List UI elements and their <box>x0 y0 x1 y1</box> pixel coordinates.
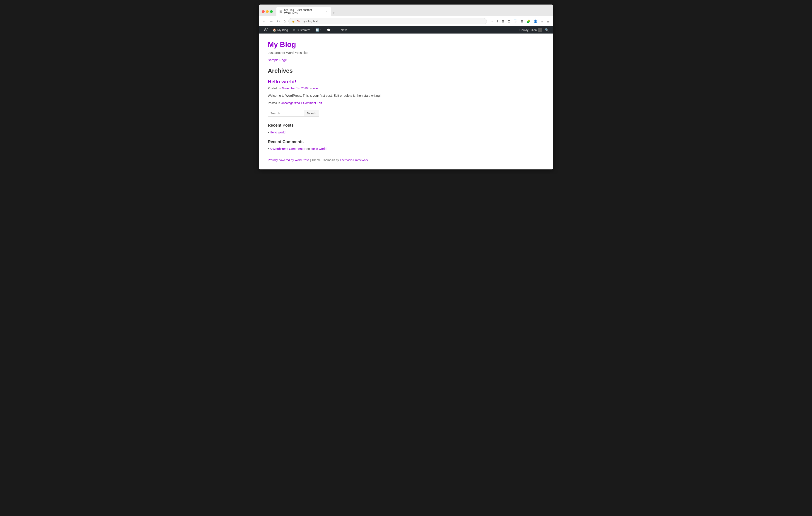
user-avatar <box>538 28 542 32</box>
security-icon: 🔖 <box>297 20 300 23</box>
comments-icon: 💬 <box>327 28 330 32</box>
powered-by-link[interactable]: Proudly powered by WordPress <box>268 158 309 162</box>
post-comment-count-link[interactable]: 1 Comment <box>301 101 316 105</box>
theme-link[interactable]: Themosis Framework <box>340 158 368 162</box>
site-header: My Blog Just another WordPress site Samp… <box>268 40 544 62</box>
comments-count: 0 <box>332 28 333 32</box>
url-input[interactable] <box>302 20 484 23</box>
shield-icon: 🔒 <box>292 20 295 23</box>
post-meta: Posted on November 14, 2019 by julien <box>268 87 544 90</box>
tab-favicon: W <box>280 10 282 13</box>
back-button[interactable]: ← <box>261 18 267 24</box>
close-button[interactable] <box>262 10 265 13</box>
search-button[interactable]: Search <box>304 110 319 117</box>
howdy-text: Howdy, julien <box>520 28 537 32</box>
minimize-button[interactable] <box>266 10 269 13</box>
download-icon[interactable]: ⬇ <box>495 19 499 24</box>
search-widget: Search <box>268 110 544 117</box>
admin-bar-comments[interactable]: 💬 0 <box>325 26 336 33</box>
nav-sample-page[interactable]: Sample Page <box>268 58 287 62</box>
traffic-lights <box>262 10 273 13</box>
search-input[interactable] <box>268 110 304 117</box>
recent-comments-list: A WordPress Commenter on Hello world! <box>268 147 544 151</box>
site-nav: Sample Page <box>268 58 544 62</box>
recent-posts-title: Recent Posts <box>268 123 544 128</box>
site-title[interactable]: My Blog <box>268 40 296 49</box>
admin-search-icon[interactable]: 🔍 <box>543 28 551 32</box>
post-date-link[interactable]: November 14, 2019 <box>282 87 308 90</box>
customize-icon: ✏ <box>293 28 295 32</box>
post-footer: Posted in Uncategorized 1 Comment Edit <box>268 101 544 105</box>
forward-button[interactable]: → <box>269 18 274 24</box>
post-category-link[interactable]: Uncategorized <box>281 101 300 105</box>
extension-icon[interactable]: 🧩 <box>526 19 531 24</box>
admin-bar-my-blog[interactable]: 🏠 My Blog <box>270 26 290 33</box>
comment-post-link[interactable]: Hello world! <box>311 147 327 151</box>
wp-logo-icon: W <box>264 28 267 32</box>
updates-count: 1 <box>320 28 322 32</box>
wp-site-icon: 🏠 <box>272 28 276 32</box>
post-content: Welcome to WordPress. This is your first… <box>268 93 544 98</box>
post-meta-prefix: Posted on <box>268 87 282 90</box>
post-title-link[interactable]: Hello world! <box>268 79 296 85</box>
footer-period: . <box>369 158 370 162</box>
post-by: by <box>309 87 313 90</box>
site-tagline: Just another WordPress site <box>268 51 544 55</box>
admin-bar-updates[interactable]: 🔄 1 <box>313 26 324 33</box>
post-author-link[interactable]: julien <box>313 87 319 90</box>
account-icon[interactable]: 👤 <box>533 19 538 24</box>
pdf-icon[interactable]: 📄 <box>513 19 518 24</box>
admin-bar-customize[interactable]: ✏ Customize <box>291 26 313 33</box>
recent-posts-section: Recent Posts Hello world! <box>268 123 544 134</box>
admin-bar-site-title: My Blog <box>277 28 288 32</box>
refresh-button[interactable]: ↻ <box>276 18 281 24</box>
fullscreen-button[interactable] <box>270 10 273 13</box>
address-bar[interactable]: 🔒 🔖 <box>288 18 487 24</box>
admin-bar-right: Howdy, julien 🔍 <box>520 28 551 32</box>
post-title: Hello world! <box>268 79 544 85</box>
wp-admin-bar: W 🏠 My Blog ✏ Customize 🔄 1 💬 0 + New Ho… <box>259 26 553 33</box>
post-edit-link[interactable]: Edit <box>317 101 322 105</box>
new-tab-button[interactable]: + <box>331 10 337 16</box>
recent-comments-section: Recent Comments A WordPress Commenter on… <box>268 140 544 151</box>
more-icon[interactable]: ⋯ <box>489 19 494 24</box>
admin-bar-new[interactable]: + New <box>336 26 349 33</box>
list-item: Hello world! <box>268 130 544 134</box>
list-item: A WordPress Commenter on Hello world! <box>268 147 544 151</box>
home-button[interactable]: ⌂ <box>283 18 287 24</box>
wp-logo-item[interactable]: W <box>261 26 270 33</box>
comment-on: on <box>306 147 310 151</box>
star-icon[interactable]: ☆ <box>540 19 545 24</box>
commenter-link[interactable]: A WordPress Commenter <box>270 147 306 151</box>
filter-icon[interactable]: ⊞ <box>520 19 524 24</box>
updates-icon: 🔄 <box>315 28 319 32</box>
recent-posts-list: Hello world! <box>268 130 544 134</box>
post-footer-prefix: Posted in <box>268 101 281 105</box>
new-label: + New <box>338 28 347 32</box>
footer-theme-text: Theme: Themosis by <box>312 158 339 162</box>
page-content: My Blog Just another WordPress site Samp… <box>259 33 553 170</box>
post-article: Hello world! Posted on November 14, 2019… <box>268 79 544 105</box>
browser-tabs: W My Blog – Just another WordPress… × + <box>277 7 550 16</box>
active-tab[interactable]: W My Blog – Just another WordPress… × <box>277 7 331 16</box>
site-footer: Proudly powered by WordPress | Theme: Th… <box>268 156 544 162</box>
toolbar-icons: ⋯ ⬇ ⊟ ⊡ 📄 ⊞ 🧩 👤 ☆ ☰ <box>489 19 551 24</box>
tab-close-icon[interactable]: × <box>326 10 328 13</box>
recent-comments-title: Recent Comments <box>268 140 544 144</box>
browser-toolbar: ← → ↻ ⌂ 🔒 🔖 ⋯ ⬇ ⊟ ⊡ 📄 ⊞ 🧩 👤 ☆ ☰ <box>259 16 553 26</box>
bookmarks-icon[interactable]: ⊟ <box>501 19 505 24</box>
main-content: Archives Hello world! Posted on November… <box>268 67 544 151</box>
page-heading: Archives <box>268 67 544 74</box>
admin-bar-customize-label: Customize <box>296 28 310 32</box>
footer-separator: | <box>310 158 312 162</box>
recent-post-link[interactable]: Hello world! <box>270 130 286 134</box>
tab-title: My Blog – Just another WordPress… <box>284 8 323 15</box>
browser-titlebar: W My Blog – Just another WordPress… × + <box>259 4 553 16</box>
reader-icon[interactable]: ⊡ <box>507 19 511 24</box>
menu-icon[interactable]: ☰ <box>546 19 551 24</box>
admin-bar-howdy[interactable]: Howdy, julien <box>520 28 542 32</box>
